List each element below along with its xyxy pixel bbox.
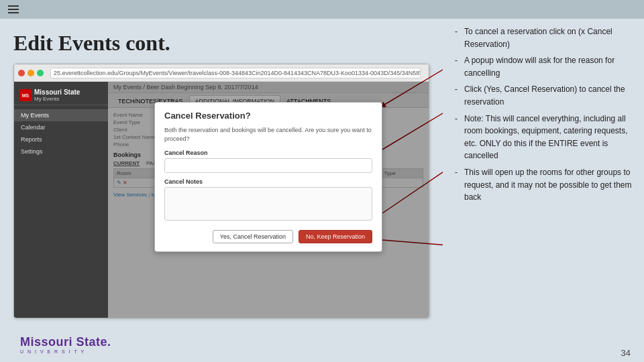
browser-window: 25.everettcollection.edu/Groups/MyEvents… [13, 64, 429, 318]
cancel-notes-label: Cancel Notes [164, 178, 372, 185]
page-number: 34 [621, 348, 631, 358]
browser-maximize-btn[interactable] [37, 70, 44, 76]
browser-minimize-btn[interactable] [28, 70, 34, 76]
note-item-4: Note: This will cancel everything, inclu… [455, 113, 632, 162]
note-item-2: A popup window will ask for the reason f… [455, 54, 632, 79]
top-bar [0, 0, 644, 19]
app-logo: MS [19, 89, 32, 101]
app-sidebar-menu: My Events Calendar Reports Settings [14, 108, 108, 159]
sidebar-item-settings[interactable]: Settings [14, 145, 108, 158]
cancel-reservation-modal: Cancel Reservation? Both the reservation… [154, 102, 382, 252]
note-item-5: This will open up the rooms for other gr… [455, 166, 632, 204]
browser-toolbar: 25.everettcollection.edu/Groups/MyEvents… [14, 64, 429, 82]
cancel-reason-input[interactable] [164, 158, 372, 173]
browser-address-bar[interactable]: 25.everettcollection.edu/Groups/MyEvents… [50, 68, 421, 78]
yes-cancel-button[interactable]: Yes, Cancel Reservation [213, 230, 293, 243]
modal-message: Both the reservation and bookings will b… [164, 126, 372, 143]
modal-buttons: Yes, Cancel Reservation No, Keep Reserva… [164, 230, 372, 243]
app-sidebar-title: Missouri State [34, 88, 80, 96]
app-main-area: My Events / Beer Dash Beginning Sep 8, 2… [108, 82, 429, 318]
modal-title: Cancel Reservation? [164, 111, 372, 121]
browser-close-btn[interactable] [18, 70, 25, 76]
app-sidebar: MS Missouri State My Events My Events Ca… [14, 82, 108, 318]
sidebar-item-reports[interactable]: Reports [14, 133, 108, 145]
cancel-reason-label: Cancel Reason [164, 149, 372, 156]
app-container: MS Missouri State My Events My Events Ca… [14, 82, 429, 318]
note-item-1: To cancel a reservation click on (x Canc… [455, 25, 632, 50]
note-item-3: Click (Yes, Cancel Reservation) to cance… [455, 83, 632, 108]
msu-logo: Missouri State. U N I V E R S I T Y [20, 336, 111, 354]
sidebar-item-calendar[interactable]: Calendar [14, 121, 108, 133]
no-keep-button[interactable]: No, Keep Reservation [299, 230, 372, 243]
notes-list: To cancel a reservation click on (x Canc… [455, 25, 632, 204]
app-sidebar-subtitle: My Events [34, 96, 80, 102]
msu-logo-sub: U N I V E R S I T Y [20, 349, 85, 354]
modal-overlay: Cancel Reservation? Both the reservation… [108, 82, 429, 318]
menu-icon [8, 5, 19, 13]
notes-panel: To cancel a reservation click on (x Canc… [443, 19, 644, 362]
app-sidebar-header: MS Missouri State My Events [14, 86, 108, 105]
sidebar-item-events[interactable]: My Events [14, 109, 108, 121]
cancel-notes-textarea[interactable] [164, 187, 372, 221]
page-title: Edit Events cont. [13, 31, 429, 56]
msu-logo-text: Missouri State. [20, 336, 111, 349]
main-content: Edit Events cont. 25.everettcollection.e… [0, 19, 443, 362]
